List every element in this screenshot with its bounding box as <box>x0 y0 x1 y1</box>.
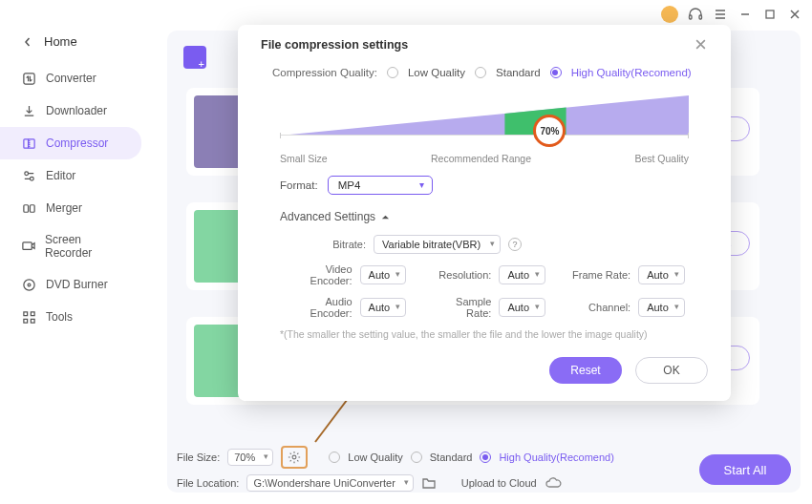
dlg-radio-low[interactable] <box>387 67 398 78</box>
resolution-select[interactable]: Auto <box>499 265 545 284</box>
compressor-icon <box>21 136 36 151</box>
sample-rate-select[interactable]: Auto <box>499 298 545 317</box>
hint-text: *(The smaller the setting value, the sma… <box>280 328 689 340</box>
sidebar-item-converter[interactable]: Converter <box>0 62 141 94</box>
bitrate-select[interactable]: Variable bitrate(VBR) <box>374 235 501 254</box>
menu-icon[interactable] <box>713 7 728 22</box>
svg-rect-12 <box>23 311 27 315</box>
chevron-up-icon <box>381 213 390 221</box>
folder-icon[interactable] <box>421 476 437 490</box>
svg-point-5 <box>24 171 28 175</box>
add-file-button[interactable] <box>183 46 206 69</box>
format-select[interactable]: MP4 <box>328 176 433 195</box>
sidebar-item-merger[interactable]: Merger <box>0 192 141 224</box>
audio-encoder-select[interactable]: Auto <box>360 298 407 317</box>
start-all-button[interactable]: Start All <box>699 454 791 485</box>
svg-rect-13 <box>31 311 34 315</box>
channel-select[interactable]: Auto <box>638 298 685 317</box>
chevron-left-icon <box>23 37 32 47</box>
dialog-title: File compression settings <box>261 38 408 52</box>
sample-rate-label: Sample Rate: <box>429 296 491 319</box>
radio-standard[interactable] <box>411 452 422 463</box>
svg-point-16 <box>292 455 296 459</box>
svg-rect-8 <box>30 204 34 212</box>
editor-icon <box>21 168 36 183</box>
close-icon[interactable] <box>787 7 802 22</box>
radio-high-quality[interactable] <box>480 452 491 463</box>
dvd-icon <box>21 277 36 292</box>
standard-label: Standard <box>430 452 473 463</box>
recorder-icon <box>21 239 35 254</box>
thumbnail <box>194 95 244 168</box>
cloud-icon[interactable] <box>545 476 562 490</box>
resolution-label: Resolution: <box>429 269 491 281</box>
thumbnail <box>194 210 244 283</box>
filelocation-label: File Location: <box>177 477 239 489</box>
svg-rect-9 <box>23 242 32 249</box>
svg-rect-1 <box>699 15 702 19</box>
upload-label: Upload to Cloud <box>461 477 537 489</box>
advanced-settings-toggle[interactable]: Advanced Settings <box>280 210 689 223</box>
filesize-label: File Size: <box>177 452 220 463</box>
high-quality-label: High Quality(Recomend) <box>499 452 613 463</box>
frame-rate-label: Frame Rate: <box>568 269 630 281</box>
minimize-icon[interactable] <box>737 7 753 22</box>
compression-settings-dialog: File compression settings Compression Qu… <box>238 25 731 401</box>
svg-rect-0 <box>690 15 693 19</box>
maximize-icon[interactable] <box>762 7 778 22</box>
sidebar: Home Converter Downloader Compressor Edi… <box>0 0 153 504</box>
radio-low-quality[interactable] <box>329 452 340 463</box>
converter-icon <box>21 71 36 86</box>
gear-icon <box>288 451 301 464</box>
dlg-radio-standard[interactable] <box>475 67 486 78</box>
reset-button[interactable]: Reset <box>549 357 622 384</box>
sidebar-item-compressor[interactable]: Compressor <box>0 127 141 159</box>
quality-slider-chart[interactable]: 70% <box>280 88 689 153</box>
tools-icon <box>21 309 36 325</box>
dialog-close-button[interactable] <box>694 38 708 52</box>
sidebar-item-editor[interactable]: Editor <box>0 159 141 192</box>
svg-rect-7 <box>23 204 28 212</box>
headset-icon[interactable] <box>688 7 703 22</box>
settings-gear-highlighted[interactable] <box>281 446 308 469</box>
svg-rect-15 <box>31 319 34 323</box>
compression-quality-label: Compression Quality: <box>272 67 377 78</box>
bitrate-label: Bitrate: <box>284 239 366 250</box>
axis-mid-label: Recommended Range <box>431 153 531 164</box>
home-label: Home <box>44 34 77 49</box>
video-encoder-label: Video Encoder: <box>284 263 353 286</box>
sidebar-item-downloader[interactable]: Downloader <box>0 94 141 127</box>
format-label: Format: <box>280 179 318 191</box>
dlg-radio-high[interactable] <box>550 67 562 78</box>
quality-marker[interactable]: 70% <box>533 115 566 147</box>
video-encoder-select[interactable]: Auto <box>360 265 407 284</box>
axis-right-label: Best Quality <box>634 153 689 164</box>
filelocation-select[interactable]: G:\Wondershare UniConverter <box>246 474 413 492</box>
user-avatar[interactable] <box>661 6 678 23</box>
svg-rect-2 <box>766 10 774 18</box>
home-link[interactable]: Home <box>0 29 153 62</box>
svg-point-11 <box>28 284 31 286</box>
frame-rate-select[interactable]: Auto <box>638 265 685 284</box>
svg-point-10 <box>23 279 33 289</box>
low-quality-label: Low Quality <box>348 452 402 463</box>
sidebar-item-dvd-burner[interactable]: DVD Burner <box>0 268 141 301</box>
channel-label: Channel: <box>568 302 630 313</box>
svg-rect-14 <box>23 319 27 323</box>
svg-marker-18 <box>280 95 689 136</box>
audio-encoder-label: Audio Encoder: <box>284 296 353 319</box>
svg-rect-3 <box>23 73 33 83</box>
svg-point-6 <box>30 177 33 180</box>
downloader-icon <box>21 103 36 118</box>
sidebar-item-tools[interactable]: Tools <box>0 301 141 333</box>
sidebar-item-screen-recorder[interactable]: Screen Recorder <box>0 224 141 268</box>
help-icon[interactable]: ? <box>508 238 522 251</box>
ok-button[interactable]: OK <box>635 357 708 384</box>
axis-left-label: Small Size <box>280 153 328 164</box>
filesize-select[interactable]: 70% <box>227 449 273 466</box>
merger-icon <box>21 200 36 216</box>
thumbnail <box>194 325 244 397</box>
